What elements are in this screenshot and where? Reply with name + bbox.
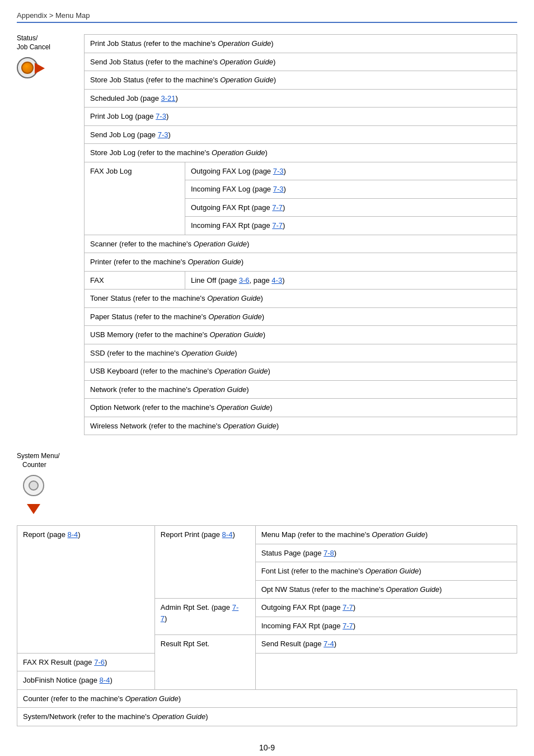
report-print-cell: Report Print (page 8-4) xyxy=(154,526,255,599)
link-7-7-outgoing[interactable]: 7-7 xyxy=(272,203,283,212)
table-cell: Status Page (page 7-8) xyxy=(255,544,517,562)
table-row: Print Job Status (refer to the machine's… xyxy=(85,35,517,53)
table-cell: Print Job Status (refer to the machine's… xyxy=(85,35,517,53)
link-7-7-admin-a[interactable]: 7-7 xyxy=(161,603,238,623)
link-7-7-incoming2[interactable]: 7-7 xyxy=(343,622,353,630)
table-cell: Outgoing FAX Rpt (page 7-7) xyxy=(185,198,517,217)
table-row: Report (page 8-4) Report Print (page 8-4… xyxy=(17,526,517,544)
table-cell: Printer (refer to the machine's Operatio… xyxy=(85,253,517,272)
table-row: Option Network (refer to the machine's O… xyxy=(85,399,517,417)
table-row: Wireless Network (refer to the machine's… xyxy=(85,417,517,435)
table-cell: Store Job Status (refer to the machine's… xyxy=(85,71,517,90)
sysmenu-table: Report (page 8-4) Report Print (page 8-4… xyxy=(17,525,517,726)
sysmenu-circle-inner xyxy=(29,480,39,491)
table-cell: Wireless Network (refer to the machine's… xyxy=(85,417,517,435)
table-row: Printer (refer to the machine's Operatio… xyxy=(85,253,517,272)
table-cell: Outgoing FAX Log (page 7-3) xyxy=(185,162,517,180)
table-cell: USB Keyboard (refer to the machine's Ope… xyxy=(85,362,517,381)
section-icon-status: Status/Job Cancel xyxy=(17,34,84,435)
status-icon-inner xyxy=(21,62,34,74)
link-7-3-outgoing[interactable]: 7-3 xyxy=(273,167,284,175)
table-cell: Scheduled Job (page 3-21) xyxy=(85,89,517,108)
table-cell: USB Memory (refer to the machine's Opera… xyxy=(85,326,517,344)
sysmenu-circle xyxy=(23,475,44,496)
status-icon-container xyxy=(17,57,50,85)
status-icon-graphic xyxy=(17,57,50,85)
result-rpt-cell: Result Rpt Set. xyxy=(154,635,255,690)
section-label-sysmenu: System Menu/ Counter xyxy=(17,452,60,469)
table-cell: Scanner (refer to the machine's Operatio… xyxy=(85,235,517,253)
table-cell: Print Job Log (page 7-3) xyxy=(85,108,517,126)
table-cell: JobFinish Notice (page 8-4) xyxy=(17,671,155,690)
system-menu-header: System Menu/ Counter xyxy=(17,452,517,514)
status-menu-table: Print Job Status (refer to the machine's… xyxy=(84,34,517,435)
table-row: Network (refer to the machine's Operatio… xyxy=(85,380,517,399)
table-cell: Toner Status (refer to the machine's Ope… xyxy=(85,290,517,308)
link-3-21[interactable]: 3-21 xyxy=(161,94,175,102)
table-cell: Opt NW Status (refer to the machine's Op… xyxy=(255,580,517,599)
link-7-7-incoming[interactable]: 7-7 xyxy=(272,221,283,230)
table-cell: SSD (refer to the machine's Operation Gu… xyxy=(85,344,517,362)
sysnetwork-row: System/Network (refer to the machine's O… xyxy=(17,708,517,726)
link-8-4-jobfinish[interactable]: 8-4 xyxy=(100,676,110,684)
link-8-4-report-print[interactable]: 8-4 xyxy=(222,530,233,539)
table-row: FAX RX Result (page 7-6) xyxy=(17,653,517,671)
page-number: 10-9 xyxy=(17,743,517,752)
table-cell: Font List (refer to the machine's Operat… xyxy=(255,562,517,581)
table-row: JobFinish Notice (page 8-4) xyxy=(17,671,517,690)
counter-cell: Counter (refer to the machine's Operatio… xyxy=(17,689,517,708)
sysmenu-icon-container xyxy=(17,475,50,514)
table-row: Scanner (refer to the machine's Operatio… xyxy=(85,235,517,253)
section-status-job-cancel: Status/Job Cancel Print Job Status (refe… xyxy=(17,34,517,435)
table-row: USB Keyboard (refer to the machine's Ope… xyxy=(85,362,517,381)
table-cell: Network (refer to the machine's Operatio… xyxy=(85,380,517,399)
link-7-7-outgoing2[interactable]: 7-7 xyxy=(343,603,353,612)
table-cell: FAX RX Result (page 7-6) xyxy=(17,653,155,671)
report-cell: Report (page 8-4) xyxy=(17,526,155,654)
table-row: Print Job Log (page 7-3) xyxy=(85,108,517,126)
section-system-menu: System Menu/ Counter Report (page 8-4) R… xyxy=(17,452,517,726)
counter-row: Counter (refer to the machine's Operatio… xyxy=(17,689,517,708)
table-row: Toner Status (refer to the machine's Ope… xyxy=(85,290,517,308)
link-7-4[interactable]: 7-4 xyxy=(324,640,334,648)
sysnetwork-cell: System/Network (refer to the machine's O… xyxy=(17,708,517,726)
table-row: FAX Job Log Outgoing FAX Log (page 7-3) xyxy=(85,162,517,180)
table-cell: Send Job Status (refer to the machine's … xyxy=(85,53,517,71)
table-cell: Incoming FAX Rpt (page 7-7) xyxy=(185,217,517,235)
fax-job-log-cell: FAX Job Log xyxy=(85,162,185,235)
link-4-3[interactable]: 4-3 xyxy=(271,276,282,284)
status-icon-arrow xyxy=(35,63,45,74)
link-7-3-print[interactable]: 7-3 xyxy=(156,112,166,120)
table-row: Paper Status (refer to the machine's Ope… xyxy=(85,307,517,326)
table-row: Send Job Log (page 7-3) xyxy=(85,125,517,144)
table-row: SSD (refer to the machine's Operation Gu… xyxy=(85,344,517,362)
breadcrumb: Appendix > Menu Map xyxy=(17,11,517,23)
table-row: Store Job Status (refer to the machine's… xyxy=(85,71,517,90)
link-7-6[interactable]: 7-6 xyxy=(94,658,105,666)
link-7-8[interactable]: 7-8 xyxy=(324,549,334,557)
table-row: Store Job Log (refer to the machine's Op… xyxy=(85,144,517,162)
link-3-6[interactable]: 3-6 xyxy=(239,276,250,284)
link-8-4-report[interactable]: 8-4 xyxy=(68,530,78,539)
table-cell: Paper Status (refer to the machine's Ope… xyxy=(85,307,517,326)
sysmenu-arrow xyxy=(27,504,40,514)
sysmenu-icon-graphic xyxy=(17,475,50,514)
table-cell: Option Network (refer to the machine's O… xyxy=(85,399,517,417)
admin-rpt-cell: Admin Rpt Set. (page 7-7) xyxy=(154,599,255,635)
fax-cell: FAX xyxy=(85,271,185,290)
table-cell: Incoming FAX Rpt (page 7-7) xyxy=(255,617,517,635)
table-row: FAX Line Off (page 3-6, page 4-3) xyxy=(85,271,517,290)
section-icon-sysmenu: System Menu/ Counter xyxy=(17,452,84,514)
link-7-3-incoming[interactable]: 7-3 xyxy=(273,185,284,193)
table-cell: Line Off (page 3-6, page 4-3) xyxy=(185,271,517,290)
table-cell: Send Result (page 7-4) xyxy=(255,635,517,654)
table-cell: Menu Map (refer to the machine's Operati… xyxy=(255,526,517,544)
table-cell: Outgoing FAX Rpt (page 7-7) xyxy=(255,599,517,617)
section-label-status: Status/Job Cancel xyxy=(17,34,50,52)
table-row: Send Job Status (refer to the machine's … xyxy=(85,53,517,71)
table-cell: Send Job Log (page 7-3) xyxy=(85,125,517,144)
table-cell: Incoming FAX Log (page 7-3) xyxy=(185,180,517,199)
link-7-3-send[interactable]: 7-3 xyxy=(158,130,168,139)
table-cell: Store Job Log (refer to the machine's Op… xyxy=(85,144,517,162)
table-row: USB Memory (refer to the machine's Opera… xyxy=(85,326,517,344)
